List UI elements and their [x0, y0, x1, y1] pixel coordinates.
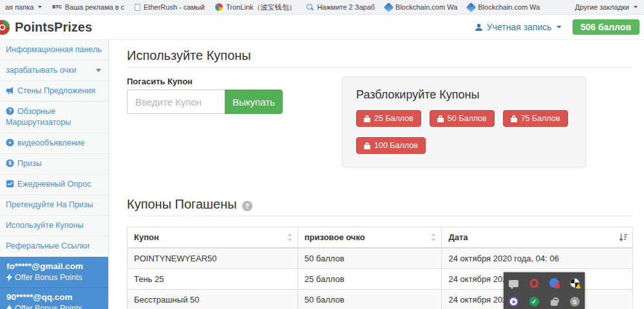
sort-icon — [431, 233, 436, 243]
chevron-down-icon — [634, 6, 638, 8]
person-icon — [475, 23, 483, 32]
account-action: Offer Bonus Points — [15, 273, 82, 282]
lock-icon — [437, 115, 444, 122]
question-circle-icon: ? — [6, 107, 14, 115]
redeem-button[interactable]: Выкупать — [225, 89, 283, 114]
keepass-icon[interactable] — [551, 300, 558, 306]
sidebar: Информационная панель зарабатывать очки … — [0, 40, 109, 308]
coin-icon: $ — [6, 159, 14, 167]
cell-coupon: POINTYNEWYEAR50 — [128, 248, 298, 269]
sidebar-account-qq[interactable]: 90*****@qq.com Offer Bonus Points — [0, 288, 108, 309]
bookmark-item[interactable]: Blockchain.com Wa — [385, 3, 457, 11]
cell-points: 50 баллов — [298, 248, 442, 269]
unlock-25-button[interactable]: 25 Баллов — [356, 110, 421, 127]
opera-icon[interactable] — [530, 279, 538, 288]
bookmark-folder[interactable]: ая папка — [5, 3, 42, 11]
bookmark-label: ая папка — [5, 3, 33, 11]
sidebar-item-earn-points[interactable]: зарабатывать очки — [0, 61, 108, 81]
lock-icon — [364, 115, 370, 122]
site-header: PointsPrizes Учетная запись 506 баллов — [0, 15, 644, 40]
cell-coupon: Бесстрашный 50 — [128, 290, 298, 309]
sidebar-item-label: Информационная панель — [6, 45, 102, 54]
brand-name: PointsPrizes — [15, 20, 92, 35]
skype-offline-icon[interactable]: S — [570, 297, 580, 306]
sidebar-item-label: Стены Предложения — [17, 86, 95, 95]
unlock-75-button[interactable]: 75 Баллов — [503, 110, 568, 127]
coupon-input[interactable] — [127, 89, 225, 114]
unlock-button-label: 50 Баллов — [448, 114, 487, 123]
bookmark-label: Blockchain.com Wa — [478, 3, 540, 11]
account-action: Offer Bonus Points — [15, 304, 82, 309]
sidebar-item-dashboard[interactable]: Информационная панель — [0, 40, 108, 61]
defender-warning-icon[interactable] — [570, 278, 580, 288]
account-menu[interactable]: Учетная запись — [475, 22, 562, 32]
sidebar-item-label: зарабатывать очки — [6, 65, 96, 76]
column-header-date[interactable]: Дата — [442, 227, 633, 248]
unlock-button-label: 100 Баллов — [374, 141, 418, 150]
sort-icon — [287, 233, 292, 243]
column-header-coupon[interactable]: Купон — [128, 227, 298, 248]
bookmark-item[interactable]: Нажмите 2 Зараб — [306, 3, 375, 11]
bookmark-label: Blockchain.com Wa — [395, 3, 457, 11]
column-label: Купон — [134, 232, 159, 242]
bookmark-label: Ваша реклама в с — [65, 3, 124, 11]
unlock-title: Разблокируйте Купоны — [356, 88, 572, 102]
pointsprizes-logo-icon — [0, 19, 12, 36]
chevron-down-icon — [96, 69, 101, 72]
sidebar-item-label: Реферальные Ссылки — [6, 241, 90, 250]
btc-icon: BTC — [52, 3, 61, 11]
page-title: Используйте Купоны — [127, 48, 632, 63]
cell-date: 24 октября 2020 года, 04: 06 — [442, 248, 633, 269]
unlock-50-button[interactable]: 50 Баллов — [430, 110, 495, 127]
media-player-icon[interactable] — [509, 297, 518, 306]
other-bookmarks[interactable]: Другие закладки — [575, 3, 638, 11]
cell-points: 25 баллов — [298, 269, 442, 290]
sidebar-item-daily-poll[interactable]: Ежедневный Опрос — [0, 174, 108, 195]
system-tray-popup: ✓ S — [504, 272, 585, 309]
sidebar-account-gmail[interactable]: fo*****@gmail.com Offer Bonus Points — [0, 257, 108, 288]
bookmark-item[interactable]: Blockchain.com Wa — [468, 3, 540, 11]
sidebar-item-label: Призы — [17, 159, 42, 168]
antivirus-check-icon[interactable]: ✓ — [529, 297, 539, 306]
sidebar-item-referral-links[interactable]: Реферальные Ссылки — [0, 236, 108, 257]
bookmarks-bar: ая папка BTC Ваша реклама в с EtherRush … — [0, 0, 644, 15]
unlock-100-button[interactable]: 100 Баллов — [356, 137, 426, 154]
other-bookmarks-label: Другие закладки — [575, 3, 629, 11]
unlock-button-label: 75 Баллов — [521, 114, 560, 123]
sidebar-item-use-coupons[interactable]: Используйте Купоны — [0, 216, 108, 236]
chevron-down-icon — [38, 6, 42, 8]
tray-chat-icon[interactable] — [509, 280, 518, 287]
brand[interactable]: PointsPrizes — [0, 19, 92, 36]
svg-text:?: ? — [8, 108, 12, 114]
sidebar-item-claim-prizes[interactable]: Претендуйте На Призы — [0, 195, 108, 216]
chart-icon — [6, 180, 14, 188]
page-icon — [135, 4, 140, 11]
bookmark-item[interactable]: TronLink（波宝钱包） — [215, 3, 296, 12]
bookmark-item[interactable]: EtherRush - самый — [135, 3, 205, 11]
sidebar-item-offer-walls[interactable]: Стены Предложения — [0, 81, 108, 102]
sidebar-item-prizes[interactable]: $Призы — [0, 154, 108, 174]
divider — [127, 67, 632, 68]
table-row: POINTYNEWYEAR50 50 баллов 24 октября 202… — [128, 248, 633, 269]
column-header-points[interactable]: призовое очко — [298, 227, 442, 248]
divider — [127, 216, 633, 216]
bookmark-label: TronLink（波宝钱包） — [226, 3, 296, 12]
sidebar-item-label: Используйте Купоны — [6, 221, 83, 230]
main-content: Используйте Купоны Погасить Купон Выкупа… — [109, 40, 644, 308]
unlock-coupons-panel: Разблокируйте Купоны 25 Баллов 50 Баллов… — [342, 77, 586, 167]
points-badge[interactable]: 506 баллов — [573, 19, 639, 35]
tray-app-icon[interactable] — [549, 278, 559, 288]
bookmark-item[interactable]: BTC Ваша реклама в с — [52, 3, 124, 11]
sidebar-item-label: видеообъявление — [17, 138, 85, 147]
sidebar-item-survey-routers[interactable]: ?Обзорные Маршрутизаторы — [0, 102, 108, 133]
bookmark-label: EtherRush - самый — [144, 3, 205, 11]
account-email: 90*****@qq.com — [6, 292, 102, 302]
magnifier-icon — [306, 3, 314, 11]
megaphone-icon — [6, 86, 14, 95]
cell-coupon: Тень 25 — [128, 269, 298, 290]
account-email: fo*****@gmail.com — [6, 261, 102, 271]
cell-points: 50 баллов — [298, 290, 442, 309]
sidebar-item-video-ads[interactable]: видеообъявление — [0, 133, 108, 154]
lock-icon — [364, 142, 370, 149]
help-icon[interactable]: ? — [242, 201, 252, 211]
